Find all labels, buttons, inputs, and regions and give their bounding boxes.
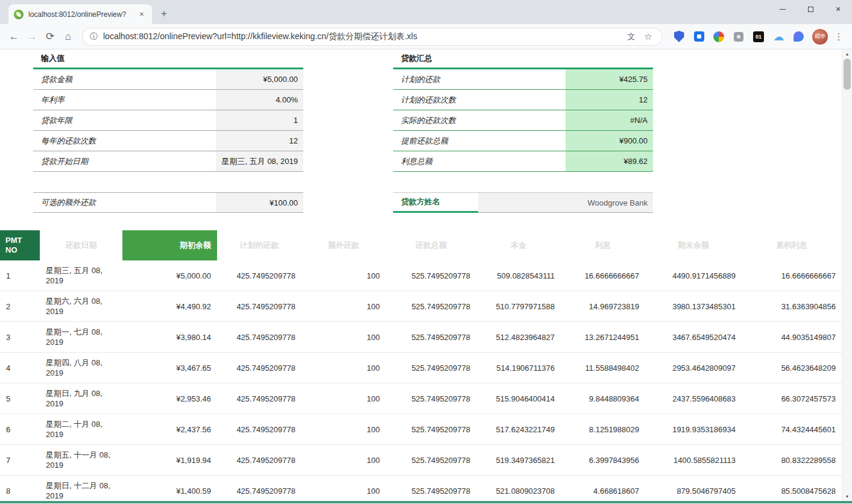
schedule-cell: 525.7495209778 <box>386 322 476 353</box>
summary-section-title: 贷款汇总 <box>393 52 653 69</box>
schedule-cell: 4490.9171456889 <box>645 260 742 291</box>
schedule-cell: 1400.5855821113 <box>645 445 742 476</box>
schedule-cell: 425.7495209778 <box>217 291 301 322</box>
new-tab-button[interactable]: + <box>156 5 172 22</box>
schedule-cell: 425.7495209778 <box>217 445 301 476</box>
blue-square-extension-icon[interactable] <box>691 29 707 45</box>
schedule-header-row: PMT NO还款日期期初余额计划的还款额外还款还款总额本金利息期末余额累积利息 <box>0 230 842 260</box>
schedule-cell: 425.7495209778 <box>217 260 301 291</box>
input-label: 贷款开始日期 <box>33 151 216 171</box>
schedule-cell: ¥5,000.00 <box>122 260 217 291</box>
summary-row: 实际的还款次数#N/A <box>393 110 653 131</box>
schedule-cell: 4.668618607 <box>561 476 645 502</box>
bookmark-star-icon[interactable]: ☆ <box>642 30 655 43</box>
schedule-cell: 星期一, 七月 08, 2019 <box>40 322 122 353</box>
minimize-button[interactable] <box>769 0 797 18</box>
color-ball-icon <box>713 31 724 42</box>
scroll-up-icon[interactable]: ▲ <box>842 49 852 58</box>
gray-extension-icon[interactable] <box>731 29 746 45</box>
schedule-cell: 525.7495209778 <box>386 414 476 445</box>
vertical-scrollbar[interactable]: ▲ ▼ <box>842 49 852 501</box>
schedule-cell: 100 <box>301 383 386 414</box>
maximize-button[interactable] <box>797 0 824 18</box>
page-info-icon[interactable]: ⓘ <box>90 31 98 42</box>
input-value: 4.00% <box>216 90 303 110</box>
browser-menu-icon[interactable]: ⋮ <box>830 28 847 45</box>
cloud-extension-icon[interactable]: ☁ <box>771 29 786 45</box>
schedule-cell: 100 <box>301 476 386 502</box>
input-value: ¥5,000.00 <box>216 69 303 89</box>
input-row: 贷款开始日期星期三, 五月 08, 2019 <box>33 151 303 172</box>
schedule-cell: 星期三, 五月 08, 2019 <box>40 260 122 291</box>
schedule-row: 2星期六, 六月 08, 2019¥4,490.92425.7495209778… <box>0 291 842 322</box>
color-ball-extension-icon[interactable] <box>711 29 727 45</box>
schedule-table-wrap: PMT NO还款日期期初余额计划的还款额外还款还款总额本金利息期末余额累积利息 … <box>0 230 842 501</box>
extra-payment-row: 可选的额外还款 ¥100.00 <box>33 192 303 213</box>
schedule-cell: 6.3997843956 <box>561 445 645 476</box>
schedule-column-header: 额外还款 <box>301 230 386 260</box>
schedule-cell: 519.3497365821 <box>476 445 561 476</box>
schedule-cell: 9.8448809364 <box>561 383 645 414</box>
schedule-cell: 2437.5596408683 <box>645 383 742 414</box>
schedule-cell: 31.6363904856 <box>742 291 842 322</box>
schedule-cell: 66.3072457573 <box>742 383 842 414</box>
input-value: 12 <box>216 131 303 151</box>
badge-01-extension-icon[interactable]: 01 <box>751 29 766 45</box>
schedule-cell: 512.4823964827 <box>476 322 561 353</box>
translate-icon[interactable]: 文 <box>625 30 638 43</box>
forward-icon[interactable]: → <box>23 28 41 46</box>
sheet-tab-strip <box>0 501 852 503</box>
maximize-icon <box>808 7 813 12</box>
schedule-row: 8星期日, 十二月 08, 2019¥1,400.59425.749520977… <box>0 476 842 502</box>
schedule-column-header: 期初余额 <box>122 230 217 260</box>
schedule-cell: 3467.6549520474 <box>645 322 742 353</box>
schedule-column-header: PMT NO <box>0 230 40 260</box>
browser-tab[interactable]: localhost:8012/onlinePreview? ✕ <box>8 4 152 24</box>
schedule-cell: 1919.9353186934 <box>645 414 742 445</box>
summary-rows: 计划的还款¥425.75计划的还款次数12实际的还款次数#N/A提前还款总额¥9… <box>393 69 653 172</box>
shield-extension-icon[interactable] <box>671 29 687 45</box>
schedule-cell: 521.0809023708 <box>476 476 561 502</box>
summary-row: 计划的还款次数12 <box>393 90 653 110</box>
schedule-cell: 2 <box>0 291 40 322</box>
summary-row: 提前还款总额¥900.00 <box>393 131 653 151</box>
browser-window: localhost:8012/onlinePreview? ✕ + ✕ ← → … <box>0 0 852 504</box>
schedule-cell: 525.7495209778 <box>386 260 476 291</box>
schedule-cell: ¥1,400.59 <box>122 476 217 502</box>
close-button[interactable]: ✕ <box>824 0 852 18</box>
tab-close-icon[interactable]: ✕ <box>137 10 147 19</box>
blue-square-icon <box>694 31 704 42</box>
scrollbar-track[interactable] <box>842 58 852 492</box>
scrollbar-thumb[interactable] <box>844 58 851 90</box>
bird-extension-icon[interactable] <box>790 29 806 45</box>
schedule-cell: ¥1,919.94 <box>122 445 217 476</box>
summary-value: ¥425.75 <box>566 69 653 89</box>
schedule-cell: 3 <box>0 322 40 353</box>
schedule-row: 4星期四, 八月 08, 2019¥3,467.65425.7495209778… <box>0 353 842 383</box>
address-bar[interactable]: ⓘ localhost:8012/onlinePreview?url=http:… <box>82 28 663 46</box>
cloud-icon: ☁ <box>773 31 784 42</box>
schedule-cell: 13.2671244951 <box>561 322 645 353</box>
inputs-section-title: 输入值 <box>33 52 303 69</box>
gray-icon <box>734 32 743 42</box>
schedule-cell: 16.6666666667 <box>742 260 842 291</box>
schedule-cell: 3980.1373485301 <box>645 291 742 322</box>
reload-icon[interactable]: ⟳ <box>41 28 59 46</box>
schedule-cell: 514.1906711376 <box>476 353 561 383</box>
page-content: 输入值 贷款金额¥5,000.00年利率4.00%贷款年限1每年的还款次数12贷… <box>0 49 852 503</box>
scroll-down-icon[interactable]: ▼ <box>842 492 852 501</box>
schedule-cell: ¥3,980.14 <box>122 322 217 353</box>
inputs-rows: 贷款金额¥5,000.00年利率4.00%贷款年限1每年的还款次数12贷款开始日… <box>33 69 303 172</box>
schedule-cell: 5 <box>0 383 40 414</box>
home-icon[interactable]: ⌂ <box>59 28 77 46</box>
profile-avatar[interactable]: 精华 <box>812 29 828 45</box>
schedule-cell: 100 <box>301 260 386 291</box>
url-text[interactable]: localhost:8012/onlinePreview?url=http://… <box>103 31 621 42</box>
input-label: 贷款年限 <box>33 110 216 130</box>
back-icon[interactable]: ← <box>5 28 23 46</box>
lender-label: 贷款方姓名 <box>393 193 478 213</box>
schedule-cell: 517.6243221749 <box>476 414 561 445</box>
schedule-cell: ¥3,467.65 <box>122 353 217 383</box>
schedule-cell: 510.7797971588 <box>476 291 561 322</box>
schedule-column-header: 利息 <box>561 230 645 260</box>
